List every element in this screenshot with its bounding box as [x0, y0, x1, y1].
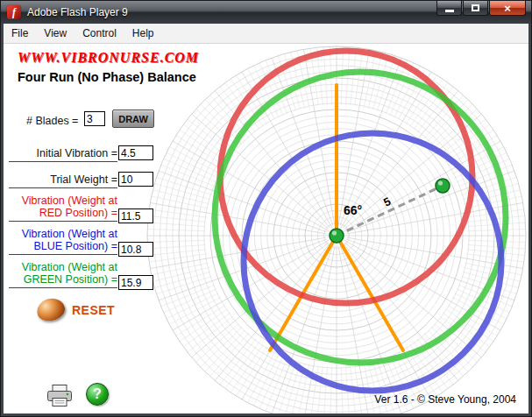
flash-player-window: f Adobe Flash Player 9 × File View Contr… [0, 0, 532, 417]
title-bar: f Adobe Flash Player 9 × [1, 1, 531, 24]
blades-label: # Blades = [26, 115, 78, 127]
draw-button[interactable]: DRAW [112, 110, 154, 128]
trial-weight-dot[interactable] [436, 179, 450, 193]
close-button[interactable]: × [489, 1, 526, 16]
trial-weight-label: Trial Weight = [9, 173, 117, 188]
menu-help[interactable]: Help [124, 24, 162, 43]
help-button[interactable]: ? [86, 383, 109, 406]
red-vibration-circle [220, 51, 472, 303]
print-button[interactable] [45, 384, 74, 412]
minimize-button[interactable] [436, 1, 462, 16]
red-vibration-input[interactable] [118, 208, 153, 223]
menu-view[interactable]: View [36, 24, 74, 43]
flash-player-icon: f [7, 5, 21, 19]
menu-file[interactable]: File [4, 24, 36, 43]
question-mark-icon: ? [93, 386, 102, 402]
blue-vibration-circle [244, 133, 501, 391]
menu-bar: File View Control Help [4, 24, 528, 44]
maximize-icon [472, 4, 479, 11]
initial-vibration-input[interactable] [118, 145, 153, 160]
reset-label[interactable]: RESET [72, 303, 115, 317]
window-controls: × [436, 1, 526, 16]
initial-vibration-label: Initial Vibration = [9, 147, 117, 162]
printer-icon [45, 384, 74, 408]
app-stage: 66° 5 WWW.VIBRONURSE.COM Four Run (No Ph… [4, 44, 528, 413]
red-position-label: Vibration (Weight at RED Position) = [9, 194, 117, 222]
blades-input[interactable] [84, 111, 105, 126]
angle-label: 66° [344, 203, 362, 217]
green-position-label: Vibration (Weight at GREEN Position) = [9, 261, 117, 288]
maximize-button[interactable] [463, 1, 488, 16]
blue-vibration-input[interactable] [118, 242, 153, 257]
blue-position-label: Vibration (Weight at BLUE Position) = [9, 228, 117, 255]
trial-weight-input[interactable] [118, 172, 153, 187]
menu-control[interactable]: Control [74, 24, 124, 43]
center-dot [330, 229, 344, 243]
site-logo: WWW.VIBRONURSE.COM [18, 50, 199, 66]
version-credit: Ver 1.6 - © Steve Young, 2004 [374, 393, 516, 406]
green-vibration-input[interactable] [118, 275, 153, 290]
minimize-icon [445, 10, 454, 12]
window-title: Adobe Flash Player 9 [27, 6, 128, 18]
page-title: Four Run (No Phase) Balance [18, 70, 196, 84]
